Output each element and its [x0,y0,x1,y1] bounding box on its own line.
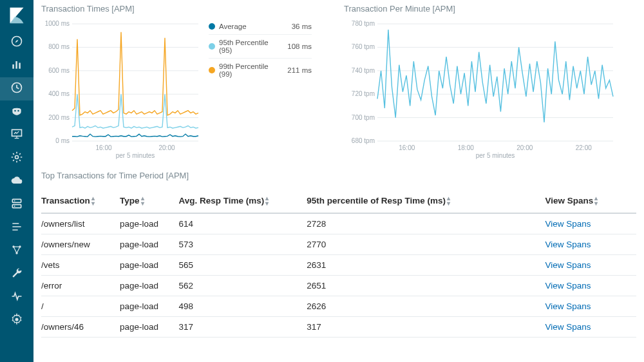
sort-icon: ▴▾ [265,196,269,206]
sidebar-item-visualize[interactable] [0,54,33,77]
legend-row-p99[interactable]: 99th Percentile (99) 211 ms [209,59,312,82]
cell-view: View Spans [507,234,636,255]
svg-text:20:00: 20:00 [516,144,533,151]
svg-text:200 ms: 200 ms [48,114,70,121]
chart-tpm[interactable]: 680 tpm700 tpm720 tpm740 tpm760 tpm780 t… [344,17,617,159]
table-row: /vetspage-load5652631View Spans [41,255,636,276]
presentation-icon [10,128,23,143]
svg-text:1000 ms: 1000 ms [45,20,70,27]
sidebar-item-logs[interactable] [0,170,33,193]
svg-text:720 tpm: 720 tpm [352,90,375,97]
swatch-icon [209,23,215,30]
legend-row-p95[interactable]: 95th Percentile (95) 108 ms [209,35,312,59]
server-icon [10,197,23,213]
cell-transaction: /owners/list [41,213,120,234]
svg-text:per 5 minutes: per 5 minutes [116,152,155,159]
view-spans-link[interactable]: View Spans [545,260,591,270]
sidebar-item-dashboard[interactable] [0,124,33,147]
panel-transaction-times: Transaction Times [APM] 0 ms200 ms400 ms… [41,4,337,159]
table-row: /owners/46page-load317317View Spans [41,317,636,338]
cell-p95: 2651 [307,276,506,296]
table-row: /page-load4982626View Spans [41,296,636,317]
sidebar-item-management[interactable] [0,309,33,332]
view-spans-link[interactable]: View Spans [545,322,591,332]
cell-view: View Spans [507,276,636,296]
view-spans-link[interactable]: View Spans [545,281,591,291]
svg-point-6 [17,110,19,112]
legend-value: 211 ms [287,66,312,74]
mask-icon [10,104,23,120]
legend: Average 36 ms 95th Percentile (95) 108 m… [209,19,312,159]
sidebar-item-apm[interactable] [0,77,33,100]
sidebar-item-discover[interactable] [0,31,33,54]
cell-avg: 614 [179,213,307,234]
cell-p95: 317 [307,317,506,338]
svg-text:700 tpm: 700 tpm [352,114,375,121]
view-spans-link[interactable]: View Spans [545,301,591,311]
col-transaction[interactable]: Transaction▴▾ [41,191,120,213]
bar-chart-icon [10,58,23,73]
svg-text:16:00: 16:00 [95,144,111,151]
svg-text:per 5 minutes: per 5 minutes [476,152,515,159]
sidebar-item-canvas[interactable] [0,147,33,170]
wrench-icon [10,267,23,282]
main-content: Transaction Times [APM] 0 ms200 ms400 ms… [33,0,644,362]
sidebar-item-monitoring[interactable] [0,286,33,309]
cell-type: page-load [120,234,179,255]
svg-text:780 tpm: 780 tpm [352,20,375,27]
table-row: /owners/listpage-load6142728View Spans [41,213,636,234]
panel-tpm: Transaction Per Minute [APM] 680 tpm700 … [344,4,636,159]
clock-icon [10,81,23,97]
transactions-table: Transaction▴▾ Type▴▾ Avg. Resp Time (ms)… [41,191,636,338]
svg-rect-10 [12,205,21,208]
kibana-logo[interactable] [0,0,33,31]
svg-rect-9 [12,199,21,202]
sidebar [0,0,33,362]
cell-view: View Spans [507,296,636,317]
legend-row-avg[interactable]: Average 36 ms [209,19,312,35]
swatch-icon [209,43,215,50]
view-spans-link[interactable]: View Spans [545,240,591,249]
sidebar-item-ml[interactable] [0,216,33,240]
col-view[interactable]: View Spans▴▾ [507,191,636,213]
col-p95[interactable]: 95th percentile of Resp Time (ms)▴▾ [307,191,506,213]
network-icon [10,243,23,259]
svg-rect-1 [12,64,14,69]
sidebar-item-graph[interactable] [0,240,33,263]
chart-transaction-times[interactable]: 0 ms200 ms400 ms600 ms800 ms1000 ms16:00… [41,17,202,159]
view-spans-link[interactable]: View Spans [545,219,591,229]
gear-icon [10,313,23,329]
cell-type: page-load [120,213,179,234]
panel-title: Top Transactions for Time Period [APM] [41,171,636,180]
cell-avg: 498 [179,296,307,317]
cell-transaction: / [41,296,120,317]
svg-text:16:00: 16:00 [399,144,415,151]
col-type[interactable]: Type▴▾ [120,191,179,213]
cell-view: View Spans [507,317,636,338]
svg-text:760 tpm: 760 tpm [352,43,375,50]
sort-icon: ▴▾ [594,196,598,206]
table-row: /errorpage-load5622651View Spans [41,276,636,296]
svg-text:22:00: 22:00 [576,144,592,151]
cell-type: page-load [120,296,179,317]
svg-point-5 [14,110,16,112]
cell-view: View Spans [507,213,636,234]
cell-avg: 573 [179,234,307,255]
cell-transaction: /owners/46 [41,317,120,338]
sort-icon: ▴▾ [141,196,144,206]
cell-p95: 2631 [307,255,506,276]
sidebar-item-devtools[interactable] [0,263,33,286]
cell-avg: 317 [179,317,307,338]
cell-transaction: /error [41,276,120,296]
table-row: /owners/newpage-load5732770View Spans [41,234,636,255]
svg-text:680 tpm: 680 tpm [352,137,375,144]
cell-p95: 2770 [307,234,506,255]
sidebar-item-infrastructure[interactable] [0,193,33,216]
svg-text:400 ms: 400 ms [48,90,70,97]
svg-point-16 [15,318,19,321]
svg-text:800 ms: 800 ms [48,43,70,50]
svg-text:20:00: 20:00 [158,144,175,151]
sidebar-item-security[interactable] [0,100,33,124]
svg-text:740 tpm: 740 tpm [352,67,375,74]
col-avg[interactable]: Avg. Resp Time (ms)▴▾ [179,191,307,213]
